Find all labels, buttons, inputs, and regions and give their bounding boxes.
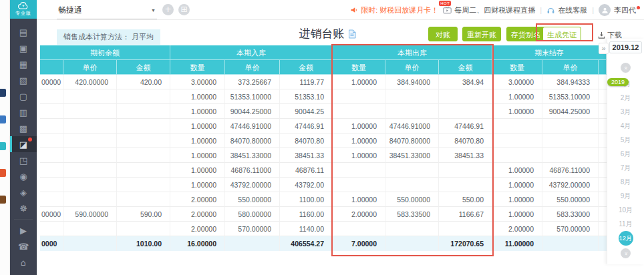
table-cell: 47446.91000 <box>225 119 280 133</box>
headset-icon <box>546 6 555 14</box>
current-period-label[interactable]: 2019.12 <box>609 41 642 53</box>
table-cell <box>63 178 117 192</box>
apps-grid-button[interactable]: ⊞ <box>178 4 190 15</box>
sidebar-item-ledger-book[interactable]: ▧ <box>10 72 37 88</box>
sidebar-item-voucher[interactable]: ▣ <box>10 40 37 56</box>
sidebar-item-assets[interactable]: ⌂ <box>10 254 37 270</box>
collapse-panel-handle[interactable]: » <box>599 43 609 54</box>
table-row[interactable]: 1.0000047446.9100047446.911.0000047446.9… <box>40 119 607 133</box>
sidebar-item-reports[interactable]: ▦ <box>10 56 37 72</box>
reconcile-button[interactable]: 对账 <box>428 27 458 41</box>
month-item-8月[interactable]: 8月 <box>607 175 644 189</box>
table-cell <box>40 133 63 148</box>
month-item-5月[interactable]: 5月 <box>607 133 644 147</box>
table-row[interactable]: 1.0000038451.3300038451.331.0000038451.3… <box>40 148 607 163</box>
column-group-header-0: 期初余额 <box>40 45 170 60</box>
table-cell <box>439 163 492 178</box>
table-row[interactable]: 1.0000043792.0000043792.001.0000043792.0… <box>40 178 607 192</box>
table-cell <box>385 89 439 104</box>
live-course-link[interactable]: HOT 每周二、四财税课程直播 <box>443 5 535 15</box>
cost-method-chip: 销售成本计算方法： 月平均 <box>57 29 160 45</box>
table-cell: 1.00000 <box>170 89 225 104</box>
table-cell: 0000 <box>40 236 63 251</box>
month-item-10月[interactable]: 10月 <box>607 203 644 217</box>
sidebar-item-security[interactable]: ◈ <box>10 184 37 200</box>
table-cell: 1.00000 <box>333 119 385 133</box>
month-item-9月[interactable]: 9月 <box>607 189 644 203</box>
table-cell <box>492 133 542 148</box>
reopen-books-button[interactable]: 重新开账 <box>462 27 501 41</box>
training-video-icon: ▶ <box>20 226 27 235</box>
column-header-9: 数量 <box>492 60 542 75</box>
sidebar-item-checkout[interactable]: ▩ <box>10 120 37 136</box>
month-item-6月[interactable]: 6月 <box>607 147 644 161</box>
sidebar-item-training-video[interactable]: ▶ <box>10 222 37 238</box>
company-selector[interactable]: 畅捷通 ▼ <box>57 3 157 19</box>
month-item-3月[interactable]: 3月 <box>607 105 644 119</box>
table-row[interactable]: 2.00000570.000001140.002.00000570.00000 <box>40 222 607 236</box>
table-cell: 1160.00 <box>280 207 333 222</box>
sidebar-item-invoice[interactable]: ▤ <box>10 24 37 40</box>
table-cell: 384.94 <box>439 75 492 89</box>
voucher-icon: ▣ <box>19 44 27 53</box>
avatar <box>599 4 611 16</box>
divider: | <box>592 6 594 14</box>
company-name: 畅捷通 <box>58 5 82 16</box>
table-cell: 46876.11000 <box>225 163 280 178</box>
table-row[interactable]: 1.0000046876.1100046876.111.0000046876.1… <box>40 163 607 178</box>
sidebar-item-receipts[interactable]: ▥ <box>10 104 37 120</box>
table-row[interactable]: 1.0000051353.1000051353.101.0000051353.1… <box>40 89 607 104</box>
table-cell: 43792.00000 <box>542 178 599 192</box>
table-cell: 1.00000 <box>170 178 225 192</box>
logo-edition-label: 专业版 <box>15 10 31 17</box>
sidebar-item-phone-service[interactable]: ☎ <box>10 238 37 254</box>
table-row[interactable]: 00000590.00000590.002.00000580.000001160… <box>40 207 607 222</box>
table-cell <box>63 119 117 133</box>
add-button[interactable]: + <box>162 4 174 15</box>
generate-voucher-button[interactable]: 生成凭证 <box>542 27 581 41</box>
table-cell <box>63 89 117 104</box>
scroll-months-up-button[interactable]: « <box>621 63 631 73</box>
table-cell: 420.00 <box>117 75 170 89</box>
table-row[interactable]: 1.0000084070.8000084070.801.0000084070.8… <box>40 133 607 148</box>
topbar: 畅捷通 ▼ + ⊞ 限时: 财税回放课月卡！ HOT 每周二、四财税课程直播 <box>37 0 644 20</box>
sidebar-item-inventory[interactable]: ◪ <box>10 136 37 152</box>
app-logo[interactable]: 专业版 <box>10 0 37 19</box>
year-badge[interactable]: 2019 <box>607 78 629 86</box>
table-cell <box>40 163 63 178</box>
table-cell <box>385 163 439 178</box>
month-item-12月[interactable]: 12月 <box>607 231 644 245</box>
table-cell <box>333 89 385 104</box>
sidebar-item-settings[interactable]: ☸ <box>10 200 37 216</box>
scroll-months-down-button[interactable]: « <box>621 248 631 258</box>
sidebar-item-query[interactable]: ◉ <box>10 168 37 184</box>
table-cell: 1.00000 <box>492 178 542 192</box>
document-icon[interactable] <box>348 29 356 39</box>
table-cell: 00000 <box>40 75 63 89</box>
user-menu[interactable]: 李四代 <box>599 4 640 16</box>
notification-dot <box>637 6 640 9</box>
table-cell <box>333 178 385 192</box>
table-cell: 2.00000 <box>492 222 542 236</box>
month-item-4月[interactable]: 4月 <box>607 119 644 133</box>
tv-icon <box>443 6 452 14</box>
table-row[interactable]: 1.0000090044.2500090044.251.0000090044.2… <box>40 104 607 119</box>
table-cell: 1.00000 <box>170 104 225 119</box>
column-header-0 <box>40 60 63 75</box>
month-item-2月[interactable]: 2月 <box>607 91 644 105</box>
promo-link[interactable]: 限时: 财税回放课月卡！ <box>350 5 438 15</box>
table-cell: 90044.25000 <box>542 104 599 119</box>
month-item-7月[interactable]: 7月 <box>607 161 644 175</box>
column-header-2: 金额 <box>117 60 170 75</box>
table-row[interactable]: 2.00000550.000001100.001.00000550.000005… <box>40 192 607 207</box>
table-total-row[interactable]: 00001010.0016.00000406554.277.0000017207… <box>40 236 607 251</box>
online-support-link[interactable]: 在线客服 <box>546 5 587 15</box>
month-item-11月[interactable]: 11月 <box>607 217 644 231</box>
cost-method-label: 销售成本计算方法： <box>63 33 130 41</box>
table-row[interactable]: 00000420.00000420.003.00000373.256671119… <box>40 75 607 89</box>
column-group-header-1: 本期入库 <box>170 45 333 60</box>
sidebar-item-calendar[interactable]: ▢ <box>10 88 37 104</box>
sidebar-item-salary[interactable]: ◳ <box>10 152 37 168</box>
inventory-alias-button[interactable]: 存货别名 <box>506 27 545 41</box>
security-icon: ◈ <box>20 188 27 197</box>
